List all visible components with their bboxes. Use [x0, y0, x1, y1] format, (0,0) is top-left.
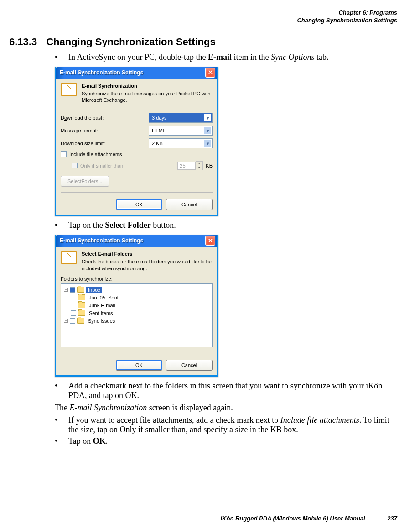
folder-icon: [78, 310, 85, 316]
download-past-label: Download the past:: [61, 115, 104, 121]
envelope-icon: [61, 251, 77, 264]
spinner-arrows: ▲▼: [196, 161, 203, 170]
dialog-header: Select E-mail Folders Check the boxes fo…: [61, 251, 213, 272]
chevron-down-icon: ▾: [204, 140, 211, 147]
dialog-header-desc: Check the boxes for the e-mail folders y…: [82, 258, 213, 272]
close-icon: ✕: [208, 237, 213, 244]
select-folders-dialog: E-mail Synchronization Settings ✕ Select…: [55, 235, 218, 377]
tree-item-inbox[interactable]: + Inbox: [64, 286, 209, 294]
chevron-down-icon: ▾: [204, 114, 211, 121]
checkbox-icon[interactable]: [71, 303, 76, 308]
kb-label: KB: [206, 163, 213, 168]
checkbox-icon[interactable]: [71, 295, 76, 300]
cancel-button[interactable]: Cancel: [166, 360, 213, 371]
expand-icon[interactable]: +: [64, 319, 68, 323]
checkbox-icon[interactable]: [70, 318, 75, 324]
bullet-item-2: Tap on the Select Folder button.: [55, 220, 397, 230]
paragraph: The E-mail Synchronization screen is dis…: [55, 403, 397, 413]
bullet-item-3: Add a checkmark next to the folders in t…: [55, 381, 397, 400]
page-footer: iKôn Rugged PDA (Windows Mobile 6) User …: [220, 515, 397, 522]
page-header: Chapter 6: Programs Changing Synchroniza…: [23, 9, 397, 25]
titlebar[interactable]: E-mail Synchronization Settings ✕: [56, 235, 217, 247]
titlebar[interactable]: E-mail Synchronization Settings ✕: [56, 67, 217, 79]
section-heading: 6.13.3 Changing Synchronization Settings: [9, 36, 397, 48]
divider: [61, 353, 213, 353]
dialog-title: E-mail Synchronization Settings: [60, 237, 143, 244]
only-if-smaller-checkbox: Only if smaller than: [72, 163, 123, 168]
section-number: 6.13.3: [9, 36, 37, 48]
checkbox-icon[interactable]: [70, 287, 75, 293]
close-icon: ✕: [208, 69, 213, 76]
checkbox-icon: [61, 151, 67, 157]
tree-item[interactable]: Jan_05_Sent: [64, 294, 209, 301]
folder-icon: [77, 287, 84, 293]
checkbox-icon: [72, 163, 78, 168]
section-line: Changing Synchronization Settings: [23, 17, 397, 25]
select-folders-button[interactable]: Select Folders...: [61, 176, 109, 187]
dialog-header: E-mail Synchronization Synchronize the e…: [61, 83, 213, 104]
chevron-down-icon: ▾: [204, 127, 211, 134]
folder-icon: [78, 294, 85, 300]
message-format-label: Message format:: [61, 128, 98, 133]
expand-icon[interactable]: +: [64, 288, 68, 292]
close-button[interactable]: ✕: [205, 236, 215, 246]
section-title: Changing Synchronization Settings: [46, 36, 216, 48]
tree-item[interactable]: Junk E-mail: [64, 302, 209, 309]
bullet-item-4: If you want to accept file attachments, …: [55, 415, 397, 435]
tree-label: Sent Items: [87, 310, 115, 316]
envelope-icon: [61, 83, 77, 96]
bullet-item-5: Tap on OK.: [55, 436, 397, 446]
download-past-select[interactable]: 3 days ▾: [149, 113, 213, 123]
folder-icon: [78, 302, 85, 308]
download-size-limit-label: Download size limit:: [61, 141, 105, 146]
tree-item[interactable]: + Sync Issues: [64, 317, 209, 325]
message-format-select[interactable]: HTML ▾: [149, 126, 213, 136]
divider: [61, 108, 213, 108]
tree-label: Jan_05_Sent: [87, 295, 120, 300]
ok-button[interactable]: OK: [116, 360, 162, 371]
folder-icon: [77, 318, 84, 324]
folder-tree[interactable]: + Inbox Jan_05_Sent Junk E-mail: [61, 283, 213, 347]
folders-sync-label: Folders to synchronize:: [61, 276, 213, 282]
divider: [61, 192, 213, 193]
footer-title: iKôn Rugged PDA (Windows Mobile 6) User …: [220, 515, 365, 522]
bullet-item-1: In ActiveSync on your PC, double-tap the…: [55, 52, 397, 62]
tree-label: Sync Issues: [86, 318, 117, 324]
tree-label: Junk E-mail: [87, 303, 117, 308]
tree-label: Inbox: [86, 287, 102, 293]
dialog-header-desc: Synchronize the e-mail messages on your …: [82, 90, 213, 104]
dialog-header-title: E-mail Synchronization: [82, 83, 213, 89]
include-attachments-checkbox[interactable]: Include file attachments: [61, 151, 213, 157]
dialog-header-title: Select E-mail Folders: [82, 251, 213, 257]
size-limit-input: 25: [177, 162, 196, 170]
dialog-title: E-mail Synchronization Settings: [60, 69, 143, 76]
tree-item[interactable]: Sent Items: [64, 310, 209, 317]
cancel-button[interactable]: Cancel: [166, 199, 213, 210]
checkbox-icon[interactable]: [71, 310, 76, 316]
close-button[interactable]: ✕: [205, 68, 215, 78]
chapter-line: Chapter 6: Programs: [23, 9, 397, 17]
ok-button[interactable]: OK: [116, 199, 162, 210]
email-sync-settings-dialog: E-mail Synchronization Settings ✕ E-mail…: [55, 67, 218, 216]
page-number: 237: [387, 515, 397, 522]
download-size-limit-select[interactable]: 2 KB ▾: [149, 138, 213, 148]
